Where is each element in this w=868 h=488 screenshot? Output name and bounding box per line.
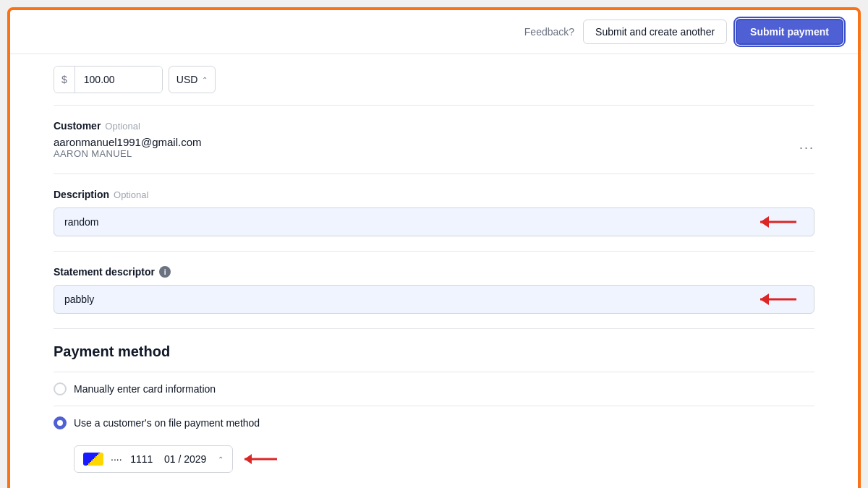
payment-method-title: Payment method <box>54 343 814 360</box>
card-info: ···· 1111 01 / 2029 <box>111 453 210 465</box>
description-input[interactable] <box>64 216 760 228</box>
currency-label: USD <box>176 74 198 85</box>
description-input-wrapper[interactable] <box>54 207 814 236</box>
amount-value: 100.00 <box>75 67 162 93</box>
amount-row: $ 100.00 USD ⌃ <box>54 54 814 106</box>
feedback-label: Feedback? <box>524 26 574 38</box>
on-file-payment-radio[interactable] <box>54 416 67 429</box>
card-select-row: ···· 1111 01 / 2029 ⌃ <box>54 445 814 473</box>
currency-prefix: $ <box>54 67 75 93</box>
payment-method-section: Payment method Manually enter card infor… <box>54 329 814 487</box>
more-options-icon[interactable]: ··· <box>799 140 814 155</box>
submit-payment-button[interactable]: Submit payment <box>736 19 843 45</box>
main-content: $ 100.00 USD ⌃ Customer Optional aaronma… <box>10 54 858 488</box>
customer-info-row: aaronmanuel1991@gmail.com AARON MANUEL ·… <box>54 136 814 159</box>
on-file-payment-label: Use a customer's on file payment method <box>74 417 260 429</box>
info-icon[interactable]: i <box>159 266 171 278</box>
description-arrow-indicator <box>760 215 804 229</box>
on-file-payment-option[interactable]: Use a customer's on file payment method <box>54 406 814 440</box>
statement-descriptor-label: Statement descriptor i <box>54 266 814 278</box>
chevron-down-icon: ⌃ <box>202 76 208 84</box>
amount-input-group[interactable]: $ 100.00 <box>54 66 163 93</box>
customer-section-label: Customer Optional <box>54 120 814 132</box>
customer-email: aaronmanuel1991@gmail.com <box>54 136 202 148</box>
description-section: Description Optional <box>54 174 814 252</box>
submit-another-button[interactable]: Submit and create another <box>583 20 727 44</box>
manually-enter-card-radio[interactable] <box>54 382 67 395</box>
card-dots: ···· <box>111 453 122 465</box>
header-bar: Feedback? Submit and create another Subm… <box>10 10 858 54</box>
description-section-label: Description Optional <box>54 189 814 200</box>
customer-info: aaronmanuel1991@gmail.com AARON MANUEL <box>54 136 202 159</box>
manually-enter-card-option[interactable]: Manually enter card information <box>54 372 814 406</box>
description-optional-badge: Optional <box>114 189 148 200</box>
card-dropdown[interactable]: ···· 1111 01 / 2029 ⌃ <box>74 445 233 473</box>
manually-enter-card-label: Manually enter card information <box>74 383 216 395</box>
card-dropdown-chevron-icon: ⌃ <box>218 455 224 463</box>
statement-descriptor-input-wrapper[interactable] <box>54 285 814 314</box>
currency-select[interactable]: USD ⌃ <box>169 66 216 93</box>
page-container: Feedback? Submit and create another Subm… <box>7 7 861 488</box>
customer-section: Customer Optional aaronmanuel1991@gmail.… <box>54 106 814 174</box>
card-expiry: 01 / 2029 <box>164 453 206 465</box>
card-arrow-indicator <box>244 453 284 466</box>
statement-descriptor-section: Statement descriptor i <box>54 252 814 329</box>
customer-name: AARON MANUEL <box>54 148 202 159</box>
statement-descriptor-arrow-indicator <box>760 292 804 307</box>
statement-descriptor-input[interactable] <box>64 294 760 305</box>
card-last4: 1111 <box>130 453 153 465</box>
customer-optional-badge: Optional <box>105 121 140 132</box>
card-logo-icon <box>83 453 103 466</box>
